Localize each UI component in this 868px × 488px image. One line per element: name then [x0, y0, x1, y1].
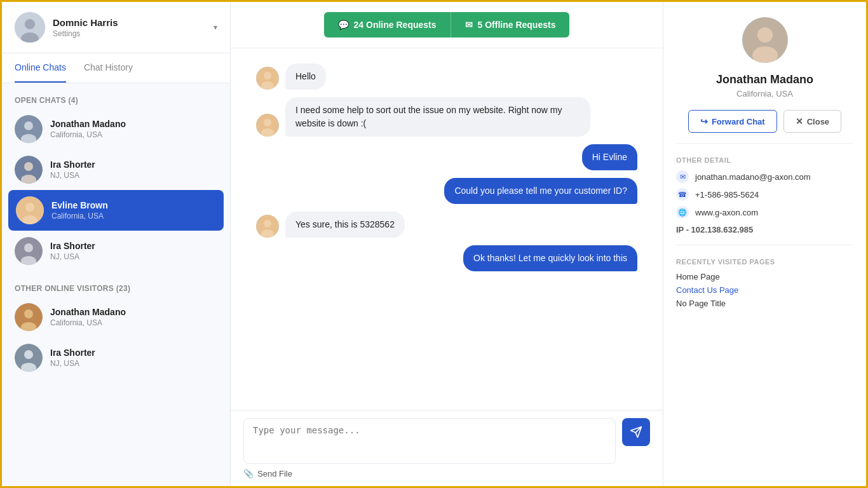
action-buttons: ↪ Forward Chat ✕ Close — [676, 110, 853, 133]
sidebar-tabs: Online Chats Chat History — [2, 53, 230, 83]
chat-avatar-ira1 — [15, 156, 43, 184]
chat-item-ira1[interactable]: Ira Shorter NJ, USA — [2, 149, 230, 190]
svg-point-1 — [25, 19, 35, 29]
attach-icon: 📎 — [243, 469, 254, 478]
other-detail-label: OTHER DETAIL — [676, 156, 853, 164]
contact-location: California, USA — [676, 89, 853, 98]
offline-requests-label: 5 Offline Requests — [478, 20, 556, 30]
contact-avatar — [742, 17, 788, 63]
chat-location: California, USA — [50, 130, 126, 139]
user-avatar — [15, 12, 45, 43]
send-button[interactable] — [622, 418, 650, 446]
email-detail-icon: ✉ — [676, 170, 689, 183]
contact-avatar-wrap — [676, 17, 853, 63]
msg-avatar-evline2 — [256, 114, 279, 137]
message-row-2: I need some help to sort out the issue o… — [256, 97, 637, 137]
message-row-4: Could you please tell me your customer I… — [256, 178, 637, 204]
message-bubble-3: Hi Evline — [582, 144, 637, 170]
svg-point-10 — [25, 203, 34, 212]
message-row-5: Yes sure, this is 5328562 — [256, 212, 637, 238]
message-bubble-2: I need some help to sort out the issue o… — [285, 97, 590, 137]
chat-avatar-jonathan — [15, 115, 43, 143]
visitor-info: Jonathan Madano California, USA — [50, 307, 126, 327]
main-chat: 💬 24 Online Requests ✉ 5 Offline Request… — [231, 2, 663, 486]
chat-name: Ira Shorter — [50, 159, 95, 170]
msg-avatar-evline1 — [256, 67, 279, 90]
svg-point-31 — [757, 27, 773, 43]
message-bubble-1: Hello — [285, 64, 326, 90]
chat-input-area: 📎 Send File — [231, 410, 663, 486]
visited-page-1: Home Page — [676, 272, 853, 281]
svg-point-7 — [24, 162, 33, 171]
visitor-name: Ira Shorter — [50, 348, 95, 358]
msg-avatar-evline3 — [256, 215, 279, 238]
svg-point-4 — [24, 121, 33, 130]
tab-chat-history[interactable]: Chat History — [84, 53, 133, 83]
visitor-name: Jonathan Madano — [50, 307, 126, 317]
tab-online-chats[interactable]: Online Chats — [15, 53, 66, 83]
chat-list: Open Chats (4) Jonathan Madano Californi… — [2, 83, 230, 486]
message-bubble-5: Yes sure, this is 5328562 — [285, 212, 405, 238]
chat-bubble-icon: 💬 — [338, 20, 349, 30]
right-panel: Jonathan Madano California, USA ↪ Forwar… — [663, 2, 866, 486]
detail-row-web: 🌐 www.g-axon.com — [676, 206, 853, 219]
chat-info: Jonathan Madano California, USA — [50, 119, 126, 139]
chat-item-jonathan[interactable]: Jonathan Madano California, USA — [2, 109, 230, 149]
visitor-location: California, USA — [50, 318, 126, 327]
chat-avatar-ira2 — [15, 237, 43, 265]
send-file-row[interactable]: 📎 Send File — [243, 469, 650, 478]
visitor-avatar-jonathan — [15, 303, 43, 331]
message-row-1: Hello — [256, 64, 637, 90]
visitor-avatar-ira — [15, 344, 43, 372]
offline-requests-btn[interactable]: ✉ 5 Offline Requests — [451, 12, 570, 37]
chat-top-bar: 💬 24 Online Requests ✉ 5 Offline Request… — [231, 2, 663, 48]
user-settings[interactable]: Settings — [53, 29, 206, 38]
ip-info: IP - 102.138.632.985 — [676, 225, 853, 234]
user-dropdown-icon[interactable]: ▾ — [214, 23, 217, 32]
svg-point-22 — [264, 72, 271, 79]
visited-section: RECENTLY VISITED PAGES Home Page Contact… — [676, 258, 853, 308]
online-requests-label: 24 Online Requests — [354, 20, 437, 30]
other-detail-section: OTHER DETAIL ✉ jonathan.madano@g-axon.co… — [676, 156, 853, 234]
chat-info: Ira Shorter NJ, USA — [50, 241, 95, 261]
contact-email: jonathan.madano@g-axon.com — [695, 172, 811, 182]
svg-point-28 — [264, 220, 271, 227]
email-icon: ✉ — [465, 20, 473, 30]
message-row-6: Ok thanks! Let me quickly look into this — [256, 245, 637, 271]
chat-messages: Hello I need some help to sort out the i… — [231, 48, 663, 410]
sidebar-header: Domnic Harris Settings ▾ — [2, 2, 230, 53]
close-chat-button[interactable]: ✕ Close — [783, 110, 841, 133]
forward-label: Forward Chat — [712, 117, 765, 126]
sidebar: Domnic Harris Settings ▾ Online Chats Ch… — [2, 2, 231, 486]
contact-phone: +1-586-985-5624 — [695, 190, 759, 200]
other-visitors-title: Other Online Visitors (23) — [2, 279, 230, 297]
visitor-item-jonathan[interactable]: Jonathan Madano California, USA — [2, 297, 230, 337]
chat-location: NJ, USA — [50, 171, 95, 180]
divider-1 — [676, 143, 853, 144]
open-chats-title: Open Chats (4) — [2, 91, 230, 109]
svg-point-19 — [24, 350, 33, 359]
message-input[interactable] — [243, 418, 616, 464]
chat-info: Evline Brown California, USA — [51, 200, 108, 220]
online-requests-btn[interactable]: 💬 24 Online Requests — [324, 12, 451, 37]
svg-point-16 — [24, 309, 33, 318]
visitor-info: Ira Shorter NJ, USA — [50, 348, 95, 368]
forward-icon: ↪ — [700, 116, 708, 126]
svg-point-25 — [264, 119, 271, 126]
visitor-item-ira[interactable]: Ira Shorter NJ, USA — [2, 337, 230, 378]
request-buttons: 💬 24 Online Requests ✉ 5 Offline Request… — [324, 12, 570, 37]
web-detail-icon: 🌐 — [676, 206, 689, 219]
chat-item-evline[interactable]: Evline Brown California, USA — [8, 190, 224, 231]
chat-avatar-evline — [16, 196, 44, 224]
input-row — [243, 418, 650, 464]
visited-page-2[interactable]: Contact Us Page — [676, 285, 853, 295]
forward-chat-button[interactable]: ↪ Forward Chat — [688, 110, 777, 133]
chat-location: NJ, USA — [50, 252, 95, 261]
divider-2 — [676, 245, 853, 245]
message-row-3: Hi Evline — [256, 144, 637, 170]
chat-item-ira2[interactable]: Ira Shorter NJ, USA — [2, 231, 230, 271]
chat-location: California, USA — [51, 212, 108, 220]
close-label: Close — [807, 117, 829, 126]
detail-row-email: ✉ jonathan.madano@g-axon.com — [676, 170, 853, 183]
phone-detail-icon: ☎ — [676, 188, 689, 201]
